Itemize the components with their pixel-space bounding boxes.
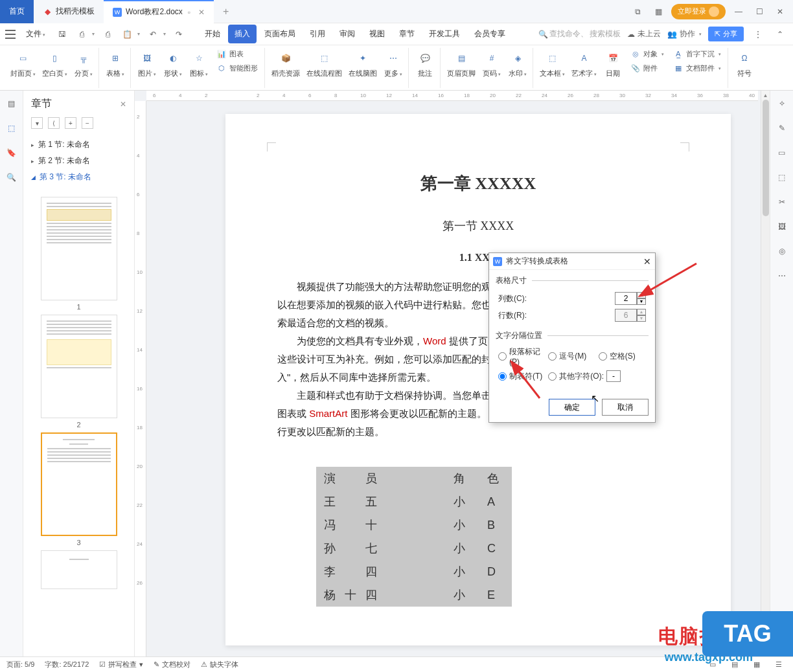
section-item-3[interactable]: ◢第 3 节: 未命名 <box>23 169 134 185</box>
login-button[interactable]: 立即登录 <box>671 4 726 19</box>
thumb-1[interactable] <box>41 197 117 300</box>
thumb-2[interactable] <box>41 315 117 418</box>
more-button[interactable]: ⋯更多▾ <box>382 48 404 80</box>
add-section-icon[interactable]: + <box>65 117 76 129</box>
tab-expand-icon[interactable]: ▫ <box>188 8 190 17</box>
ribbon-tab-layout[interactable]: 页面布局 <box>258 25 302 43</box>
close-window-icon[interactable]: ✕ <box>772 4 788 19</box>
menu-file[interactable]: 文件▾ <box>22 28 49 39</box>
ruler-horizontal[interactable]: 642246810121416182022242628303234363840 <box>146 91 758 101</box>
share-button[interactable]: ⇱ 分享 <box>708 27 744 41</box>
radio-other[interactable]: 其他字符(O): <box>548 370 646 382</box>
right-rail-new-icon[interactable]: ✧ <box>774 96 790 111</box>
remove-section-icon[interactable]: − <box>82 117 93 129</box>
chart-button[interactable]: 📊图表 <box>214 48 260 61</box>
flowchart-button[interactable]: ⬚在线流程图 <box>305 48 343 80</box>
radio-space[interactable]: 空格(S) <box>599 346 646 366</box>
sidebar-close-icon[interactable]: ✕ <box>120 100 126 109</box>
ribbon-tab-review[interactable]: 审阅 <box>333 25 362 43</box>
ribbon-tab-reference[interactable]: 引用 <box>303 25 332 43</box>
ribbon-tab-member[interactable]: 会员专享 <box>468 25 512 43</box>
radio-comma[interactable]: 逗号(M) <box>548 346 595 366</box>
watermark-button[interactable]: ◈水印▾ <box>507 48 529 80</box>
ribbon-tab-section[interactable]: 章节 <box>393 25 421 43</box>
section-item-2[interactable]: ▸第 2 节: 未命名 <box>23 153 134 169</box>
status-spell[interactable]: ☑ 拼写检查 ▾ <box>99 660 143 669</box>
thumb-3[interactable] <box>41 432 117 536</box>
vertical-scrollbar[interactable]: ▲ ▼ <box>761 91 770 656</box>
thumbnail-icon[interactable]: ⬚ <box>4 120 19 136</box>
bookmark-icon[interactable]: 🔖 <box>4 145 19 161</box>
wordart-button[interactable]: A艺术字▾ <box>570 48 598 80</box>
collapse-ribbon-icon[interactable]: ⌃ <box>772 27 788 42</box>
paste-icon[interactable]: 📋 <box>121 28 133 41</box>
symbol-button[interactable]: Ω符号 <box>733 48 755 80</box>
prev-section-icon[interactable]: ⟨ <box>48 117 60 129</box>
columns-input[interactable] <box>615 292 637 305</box>
textbox-button[interactable]: ⬚文本框▾ <box>538 48 566 80</box>
attachment-button[interactable]: 📎附件 <box>628 62 667 75</box>
maximize-icon[interactable]: ☐ <box>752 4 767 19</box>
section-item-1[interactable]: ▸第 1 节: 未命名 <box>23 137 134 153</box>
parts-button[interactable]: ▦文档部件▾ <box>671 62 724 75</box>
table-button[interactable]: ⊞表格▾ <box>104 48 126 80</box>
tab-document[interactable]: W Word教程2.docx ▫ ✕ <box>104 0 214 23</box>
cancel-button[interactable]: 取消 <box>602 399 649 416</box>
status-words[interactable]: 字数: 25/2172 <box>45 660 89 669</box>
tab-close-icon[interactable]: ✕ <box>198 8 205 17</box>
tab-home[interactable]: 首页 <box>0 0 34 23</box>
scroll-up-icon[interactable]: ▲ <box>761 91 770 100</box>
object-button[interactable]: ◎对象▾ <box>628 48 667 61</box>
shape-button[interactable]: ◐形状▾ <box>162 48 184 80</box>
apps-grid-icon[interactable]: ▦ <box>650 4 666 19</box>
window-mode-icon[interactable]: ⧉ <box>630 4 645 19</box>
right-rail-style-icon[interactable]: ✎ <box>774 120 790 136</box>
smartart-button[interactable]: ⬡智能图形 <box>214 62 260 75</box>
comment-button[interactable]: 💬批注 <box>414 48 436 80</box>
selected-text-table[interactable]: 演 员角 色王 五小 A冯 十小 B孙 七小 C李 四小 D杨十四小 E <box>316 467 512 607</box>
date-button[interactable]: 📅日期 <box>602 48 624 80</box>
dropcap-button[interactable]: A̲首字下沉▾ <box>671 48 724 61</box>
page-number-button[interactable]: #页码▾ <box>481 48 503 80</box>
dialog-titlebar[interactable]: W 将文字转换成表格 ✕ <box>489 253 655 270</box>
save-icon[interactable]: 🖫 <box>56 28 69 41</box>
right-rail-setting-icon[interactable]: ◎ <box>774 243 790 259</box>
right-rail-more-icon[interactable]: ⋯ <box>774 268 790 284</box>
ribbon-tab-insert[interactable]: 插入 <box>228 25 257 43</box>
status-font[interactable]: ⚠ 缺失字体 <box>201 660 238 669</box>
tab-add-button[interactable]: + <box>214 6 238 17</box>
picture-button[interactable]: 🖼图片▾ <box>136 48 158 80</box>
view-mode-outline-icon[interactable]: ☰ <box>771 657 787 673</box>
radio-tab[interactable]: 制表符(T) <box>498 370 546 382</box>
mindmap-button[interactable]: ✦在线脑图 <box>347 48 378 80</box>
ribbon-tab-start[interactable]: 开始 <box>198 25 227 43</box>
print-preview-icon[interactable]: ⎙ <box>75 28 88 41</box>
status-page[interactable]: 页面: 5/9 <box>6 660 34 669</box>
columns-spinner[interactable]: ▲▼ <box>615 292 646 305</box>
outline-icon[interactable]: ▤ <box>4 96 19 111</box>
cover-page-button[interactable]: ▭封面页▾ <box>9 48 37 80</box>
menu-more-icon[interactable]: ⋮ <box>750 27 766 42</box>
minimize-icon[interactable]: — <box>731 4 746 19</box>
cloud-status[interactable]: ☁ 未上云 <box>627 28 661 39</box>
ruler-vertical[interactable]: 2468101214161820222426 <box>135 101 146 656</box>
ok-button[interactable]: 确定 <box>549 399 595 416</box>
header-footer-button[interactable]: ▤页眉页脚 <box>446 48 477 80</box>
radio-paragraph[interactable]: 段落标记(P) <box>498 346 546 366</box>
right-rail-clip-icon[interactable]: 🖼 <box>774 219 790 234</box>
spin-up-icon[interactable]: ▲ <box>637 292 646 298</box>
hamburger-icon[interactable] <box>5 30 16 39</box>
page-break-button[interactable]: ╦分页▾ <box>73 48 95 80</box>
scroll-thumb[interactable] <box>763 100 769 216</box>
resources-button[interactable]: 📦稻壳资源 <box>270 48 301 80</box>
right-rail-select2-icon[interactable]: ⬚ <box>774 170 790 185</box>
collapse-all-icon[interactable]: ▾ <box>31 117 43 129</box>
status-proof[interactable]: ✎ 文档校对 <box>154 660 190 669</box>
ribbon-tab-dev[interactable]: 开发工具 <box>422 25 466 43</box>
thumb-4[interactable] <box>41 550 117 589</box>
right-rail-limit-icon[interactable]: ✂ <box>774 194 790 210</box>
ribbon-tab-view[interactable]: 视图 <box>363 25 391 43</box>
search-rail-icon[interactable]: 🔍 <box>4 170 19 185</box>
icon-button[interactable]: ☆图标▾ <box>188 48 210 80</box>
undo-icon[interactable]: ↶ <box>146 28 159 41</box>
